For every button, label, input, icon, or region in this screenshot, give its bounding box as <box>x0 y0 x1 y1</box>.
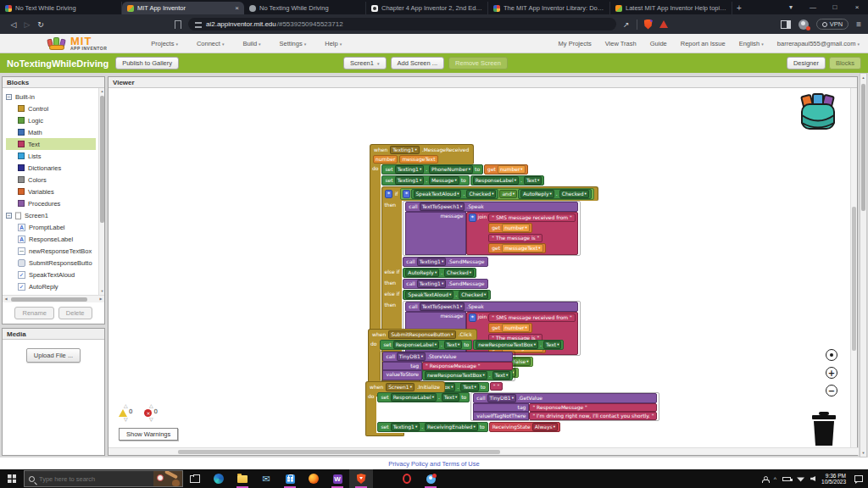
block-part[interactable]: AutoReply▾ <box>520 190 554 198</box>
privacy-terms-link[interactable]: Privacy Polic­y and Terms of Use <box>388 460 479 468</box>
block-part[interactable]: * <box>385 190 392 198</box>
block-part[interactable]: . <box>539 341 542 348</box>
block-part[interactable]: callTextToSpeech1▾.Speak <box>405 302 577 312</box>
browser-tab[interactable]: Latest MIT App Inventor Help topics - <box>610 2 732 14</box>
block-part[interactable]: AutoReply▾.Checked▾ <box>518 189 592 199</box>
block-part[interactable]: * <box>469 214 476 222</box>
url-bar[interactable]: ai2.appinventor.mit.edu /#55392509455237… <box>188 18 616 30</box>
block-part[interactable]: .Speak <box>465 303 484 310</box>
browser-tab[interactable]: No Texting While Driving <box>244 2 366 14</box>
menu-settings[interactable]: Settings▾ <box>280 40 307 47</box>
tab-close-icon[interactable] <box>235 4 239 12</box>
mail-icon[interactable]: ✉ <box>254 469 278 488</box>
block-part[interactable]: . <box>440 269 443 276</box>
block-part[interactable]: newResponseTextBox▾ <box>425 371 487 380</box>
account-menu[interactable]: barrerapaul555@gmail.com▾ <box>777 40 860 47</box>
palette-item-procedures[interactable]: Procedures <box>6 197 96 209</box>
bookmark-icon[interactable] <box>175 20 181 29</box>
block-part[interactable]: call <box>385 353 395 360</box>
block-part[interactable]: Text▾ <box>543 341 561 349</box>
block-part[interactable]: SubmitResponseButton▾ <box>388 330 455 339</box>
block-part[interactable]: getnumber▾ <box>488 223 532 233</box>
block-part[interactable]: callTinyDB1▾.GetValue <box>473 393 657 403</box>
block-part[interactable]: ReceivingState <box>492 424 531 430</box>
browser-tab[interactable]: Chapter 4 App Inventor 2, 2nd Edition <box>366 2 488 14</box>
block-part[interactable]: tag <box>382 362 422 370</box>
brave-shield-icon[interactable] <box>644 19 653 30</box>
block-part[interactable]: SpeakTextAloud▾.Checked▾ <box>403 290 491 300</box>
block-part[interactable]: .GetValue <box>517 395 543 402</box>
purple-w-app-icon[interactable]: W <box>326 469 349 488</box>
add-screen-button[interactable]: Add Screen ... <box>391 57 445 69</box>
profile-avatar[interactable] <box>798 19 809 30</box>
rename-button[interactable]: Rename <box>14 307 53 319</box>
block-part[interactable]: . <box>555 191 559 197</box>
taskbar-clock[interactable]: 9:36 PM 10/5/2023 <box>821 473 846 485</box>
block-part[interactable]: .SendMessage <box>447 258 485 265</box>
block-part[interactable]: . <box>454 291 458 298</box>
block-part[interactable]: tag <box>409 363 420 369</box>
block-part[interactable]: get <box>491 225 501 231</box>
collapse-icon[interactable] <box>6 213 12 219</box>
block-part[interactable]: .Speak <box>465 203 484 210</box>
block-part[interactable]: . <box>488 372 492 379</box>
center-blocks-icon[interactable] <box>826 349 837 361</box>
show-warnings-button[interactable]: Show Warnings <box>119 428 178 441</box>
block-part[interactable]: .Initialize <box>416 384 441 391</box>
maximize-button[interactable]: □ <box>824 0 846 14</box>
block-part[interactable]: SpeakTextAloud▾.Checked▾ <box>411 189 499 199</box>
block-part[interactable]: and▾ <box>499 190 517 198</box>
block-group-when-screen1-initialize[interactable]: whenScreen1▾.InitializedosetResponseLabe… <box>365 381 659 436</box>
block-part[interactable]: when <box>371 331 387 338</box>
link-my-projects[interactable]: My Projects <box>559 40 592 47</box>
block-part[interactable]: valueIfTagNotThere <box>476 413 526 419</box>
menu-connect[interactable]: Connect▾ <box>197 40 224 47</box>
block-part[interactable]: . <box>437 394 441 401</box>
battery-icon[interactable] <box>782 477 791 481</box>
block-part[interactable]: * <box>403 190 409 198</box>
share-icon[interactable]: ↗ <box>623 20 630 29</box>
block-part[interactable]: messageText▾ <box>502 244 542 252</box>
block-part[interactable]: Checked▾ <box>559 190 589 198</box>
menu-help[interactable]: Help▾ <box>325 40 342 47</box>
taskbar-search[interactable] <box>24 470 183 487</box>
delete-button[interactable]: Delete <box>58 307 92 319</box>
block-part[interactable]: *SpeakTextAloud▾.Checked▾and▾AutoReply▾.… <box>400 188 593 200</box>
component-response-label[interactable]: ResponseLabel <box>6 233 96 245</box>
component-speak-text-aloud[interactable]: SpeakTextAloud <box>6 269 96 280</box>
block-part[interactable]: Checked▾ <box>459 291 488 299</box>
block-part[interactable]: SpeakTextAloud▾ <box>405 291 453 299</box>
block-part[interactable]: TextToSpeech1▾ <box>420 202 465 211</box>
block-part[interactable]: setTexting1▾.ReceivingEnabled▾to <box>377 422 487 432</box>
backpack-icon[interactable] <box>797 93 839 136</box>
store-icon[interactable] <box>278 469 302 488</box>
block-part[interactable]: ReceivingStateAlways▾ <box>489 422 560 432</box>
prev-warning-icon[interactable]: △ <box>124 403 128 409</box>
blocks-canvas[interactable]: △ 0 ▽ △ 0 ▽ Show Warnings + − <box>108 88 851 449</box>
component-prompt-label[interactable]: PromptLabel <box>6 221 96 233</box>
block-part[interactable]: " The message is " <box>491 235 540 241</box>
block-part[interactable]: call <box>476 395 486 402</box>
block-part[interactable]: TextToSpeech1▾ <box>420 302 465 311</box>
task-view-icon[interactable] <box>183 469 207 488</box>
block-part[interactable]: callTextToSpeech1▾.Speak <box>405 202 577 212</box>
screen-selector[interactable]: Screen1 ▾ <box>343 57 387 69</box>
next-warning-icon[interactable]: ▽ <box>124 417 128 423</box>
block-part[interactable]: callTinyDB1▾.StoreValuetag" ResponseMess… <box>380 351 515 381</box>
page-scrollbar[interactable]: ▲ ▼ <box>860 73 867 458</box>
new-tab-button[interactable] <box>732 2 746 14</box>
scroll-up-icon[interactable]: ▲ <box>860 74 866 81</box>
people-tray-icon[interactable] <box>762 476 768 482</box>
file-explorer-icon[interactable] <box>231 469 254 488</box>
menu-build[interactable]: Build▾ <box>242 40 260 47</box>
block-part[interactable]: when <box>369 384 384 391</box>
remove-screen-button[interactable]: Remove Screen <box>448 57 508 69</box>
block-part[interactable]: Text▾ <box>524 176 542 185</box>
block-part[interactable]: Texting1▾ <box>391 423 420 431</box>
upload-file-button[interactable]: Upload File ... <box>26 348 81 363</box>
block-part[interactable]: getmessageText▾ <box>488 243 545 253</box>
viewer-vertical-scrollbar[interactable] <box>850 88 857 449</box>
block-part[interactable]: tag <box>517 404 527 411</box>
block-part[interactable]: SpeakTextAloud▾ <box>414 190 462 198</box>
block-part[interactable]: ResponseLabel▾ <box>391 393 437 402</box>
